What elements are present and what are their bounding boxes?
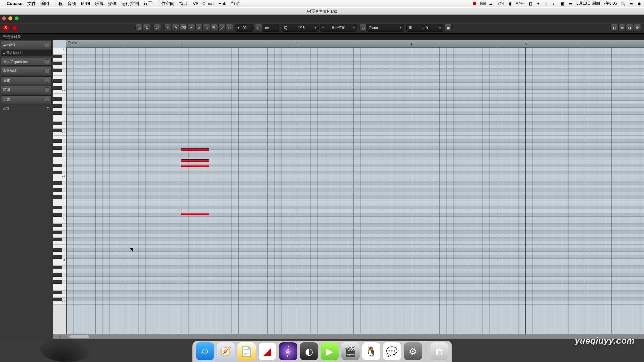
menu-file[interactable]: 文件 [27, 1, 36, 7]
white-key[interactable] [53, 241, 66, 245]
insert-velocity-field[interactable]: ▾ 100 [236, 24, 253, 32]
menuextra-1-icon[interactable]: ◧ [528, 1, 533, 6]
white-key[interactable] [53, 94, 66, 97]
black-key[interactable] [53, 298, 62, 301]
white-key[interactable] [53, 160, 66, 164]
white-key[interactable] [53, 245, 66, 248]
midi-note[interactable] [181, 165, 209, 167]
line-tool[interactable]: ／ [218, 24, 226, 32]
mute-tool[interactable]: ✕ [195, 24, 203, 32]
black-key[interactable] [53, 146, 62, 150]
part-list-button[interactable]: ▤ [359, 24, 367, 32]
menu-midi[interactable]: MIDI [81, 1, 90, 6]
menu-hub[interactable]: Hub [218, 1, 226, 6]
black-key[interactable] [53, 195, 62, 199]
clock[interactable]: 5月10日 周四 下午3:06 [576, 1, 617, 6]
record-enable-button[interactable] [12, 25, 17, 31]
playhead-cursor[interactable] [179, 48, 179, 334]
show-part-borders-button[interactable]: ▤ [135, 24, 143, 32]
black-key[interactable] [53, 62, 62, 65]
notification-center-icon[interactable]: ☰ [629, 1, 633, 6]
white-key[interactable] [53, 277, 66, 280]
white-key[interactable] [53, 167, 66, 171]
inspector-settings[interactable]: 设置 ⚙ [0, 104, 53, 113]
inspector-transpose[interactable]: 转调 [1, 86, 52, 94]
minimize-window-button[interactable] [8, 16, 12, 20]
midi-note[interactable] [181, 159, 209, 162]
white-key[interactable] [53, 118, 66, 122]
expression-map-value[interactable]: ▸无表情映射 [1, 50, 52, 56]
bluetooth-icon[interactable]: ᚼ [544, 1, 549, 6]
black-key[interactable] [53, 213, 62, 217]
black-key[interactable] [53, 224, 62, 227]
solo-button[interactable]: S [2, 25, 9, 31]
white-key[interactable] [53, 125, 66, 129]
scrollbar-thumb[interactable] [69, 335, 89, 338]
dock-imovie[interactable]: 🎬 [341, 342, 360, 360]
menu-project[interactable]: 工程 [54, 1, 63, 7]
recorder-indicator-icon[interactable] [472, 1, 477, 6]
white-key[interactable] [53, 287, 66, 291]
menu-vstcloud[interactable]: VST Cloud [193, 1, 214, 6]
white-key[interactable] [53, 192, 66, 196]
white-key[interactable] [53, 262, 66, 266]
dock-notes[interactable]: 📄 [237, 342, 256, 360]
black-key[interactable] [53, 97, 62, 101]
white-key[interactable] [53, 65, 66, 69]
keyboard-icon[interactable]: ⌨ [480, 1, 485, 6]
white-key[interactable] [53, 115, 66, 118]
app-name[interactable]: Cubase [7, 1, 22, 6]
siri-icon[interactable]: ◉ [637, 1, 641, 6]
black-key[interactable] [53, 181, 62, 185]
midi-note[interactable] [181, 213, 209, 215]
black-key[interactable] [53, 69, 62, 72]
erase-tool[interactable]: ⌫ [180, 24, 187, 32]
white-key[interactable] [53, 185, 66, 189]
black-key[interactable] [53, 86, 62, 90]
piano-keyboard[interactable]: C6C5C4C3C2C1C0 [53, 48, 66, 334]
white-key[interactable] [53, 294, 66, 298]
white-key[interactable] [53, 143, 66, 146]
menu-workspace[interactable]: 工作空间 [157, 1, 174, 7]
dock-qq[interactable]: 🐧 [362, 342, 380, 360]
glue-tool[interactable]: ⊕ [203, 24, 210, 32]
snap-type-field[interactable]: ⊞▾ [263, 24, 279, 32]
piano-roll[interactable]: Piano 2 3 4 5 C6C5C4C3C2C1C0 [53, 40, 644, 339]
dock-app-purple[interactable]: 𝄞 [279, 342, 297, 360]
black-key[interactable] [53, 255, 62, 259]
inspector-expression-map[interactable]: 表情映射 [1, 41, 52, 49]
event-color-field[interactable]: 力度 ▾ [406, 24, 443, 32]
black-key[interactable] [53, 291, 62, 294]
dock-app-dark[interactable]: ◐ [300, 342, 318, 360]
part-select-field[interactable]: Piano ▾ [367, 24, 404, 32]
edit-in-place-button[interactable]: ▣ [444, 24, 452, 32]
timewarp-tool[interactable]: ⫿⫿ [226, 24, 233, 32]
menu-window[interactable]: 窗口 [179, 1, 188, 7]
white-key[interactable] [53, 202, 66, 206]
white-key[interactable] [53, 83, 66, 86]
white-key[interactable] [53, 58, 66, 62]
trim-tool[interactable]: ✂ [187, 24, 195, 32]
white-key[interactable] [53, 227, 66, 231]
white-key[interactable] [53, 51, 66, 55]
inspector-length[interactable]: 长度 [1, 95, 52, 103]
white-key[interactable] [53, 101, 66, 104]
acoustic-feedback-button[interactable]: 🔊 [154, 24, 161, 32]
close-window-button[interactable] [2, 16, 6, 20]
menu-help[interactable]: 帮助 [231, 1, 240, 7]
white-key[interactable] [53, 209, 66, 213]
snap-toggle[interactable]: ⬚ [255, 24, 262, 32]
black-key[interactable] [53, 164, 62, 168]
white-key[interactable] [53, 157, 66, 161]
black-key[interactable] [53, 248, 62, 252]
white-key[interactable] [53, 284, 66, 287]
menuextra-3-icon[interactable]: ☰ [568, 1, 573, 6]
ruler[interactable]: Piano 2 3 4 5 [66, 40, 644, 48]
black-key[interactable] [53, 171, 62, 175]
white-key[interactable] [53, 269, 66, 273]
wifi-icon[interactable]: ᯤ [552, 1, 557, 6]
black-key[interactable] [53, 188, 62, 192]
airplay-icon[interactable]: ▣ [560, 1, 565, 6]
black-key[interactable] [53, 206, 62, 210]
menu-media[interactable]: 媒体 [108, 1, 117, 7]
